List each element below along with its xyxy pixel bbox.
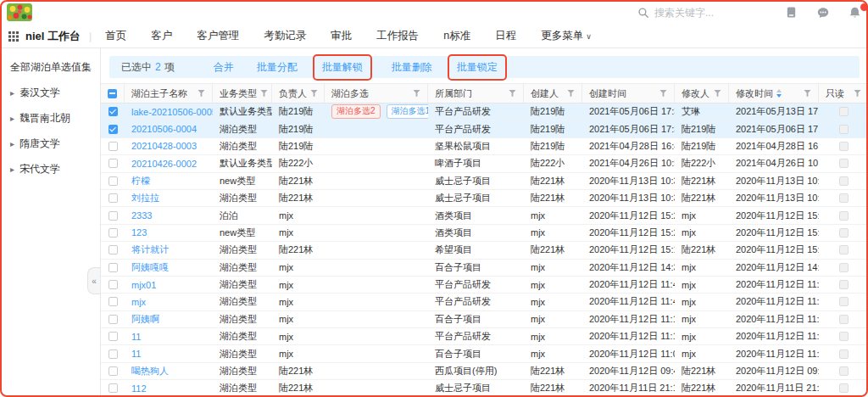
- table-row: mjx湖泊类型mjx平台产品研发mjx2020年11月12日 11:44mjx2…: [101, 294, 868, 310]
- row-checkbox[interactable]: [108, 332, 118, 341]
- cell-select: [101, 366, 125, 376]
- bell-icon[interactable]: [849, 6, 861, 20]
- cell-created-time: 2020年11月11日 21:19: [582, 382, 675, 394]
- nav-item[interactable]: 考勤记录: [264, 29, 306, 43]
- column-header-name: 湖泊主子名称: [125, 84, 213, 103]
- nav-item[interactable]: 首页: [105, 29, 126, 43]
- sidebar-item-label: 秦汉文学: [19, 86, 60, 100]
- cell-created-time: 2020年11月13日 10:30: [582, 192, 675, 204]
- chat-icon[interactable]: [816, 6, 830, 20]
- nav-item[interactable]: 审批: [331, 29, 352, 43]
- row-checkbox[interactable]: [108, 211, 118, 221]
- lake-name-link[interactable]: 喝热狗人: [131, 366, 169, 376]
- toolbar-action-wrap: 批量删除: [392, 60, 432, 75]
- cell-business-type: 默认业务类型: [213, 105, 272, 118]
- cell-owner: 陆219陆: [272, 123, 325, 136]
- row-checkbox[interactable]: [108, 263, 118, 272]
- row-checkbox[interactable]: [108, 349, 118, 359]
- sidebar-collapse-handle[interactable]: «: [87, 267, 100, 294]
- cell-modified-time: 2021年04月26日 10:51: [729, 157, 819, 170]
- nav-item[interactable]: 客户: [151, 29, 172, 43]
- app-logo: [7, 3, 32, 21]
- nav-item[interactable]: 更多菜单∨: [541, 29, 592, 43]
- annotation-box: 批量锁定: [448, 54, 507, 81]
- apps-grid-icon[interactable]: [8, 31, 19, 42]
- lake-name-link[interactable]: 将计就计: [131, 244, 169, 254]
- sidebar-item[interactable]: ▸秦汉文学: [10, 86, 100, 100]
- cell-created-time: 2020年11月12日 15:25: [582, 210, 675, 222]
- row-checkbox[interactable]: [108, 142, 118, 151]
- row-checkbox[interactable]: [108, 245, 118, 254]
- cell-modified-time: 2020年11月12日 11:11: [729, 330, 819, 343]
- filter-icon[interactable]: [804, 90, 811, 98]
- readonly-checkbox: [839, 193, 849, 203]
- select-all-checkbox[interactable]: [108, 89, 117, 98]
- lake-name-link[interactable]: 11: [131, 332, 141, 342]
- row-checkbox[interactable]: [108, 315, 118, 324]
- row-checkbox[interactable]: [108, 228, 118, 238]
- filter-icon[interactable]: [659, 90, 667, 98]
- filter-icon[interactable]: [413, 90, 420, 98]
- lake-name-link[interactable]: 123: [131, 227, 147, 238]
- lake-name-link[interactable]: 11: [131, 349, 141, 359]
- nav-item[interactable]: 客户管理: [197, 29, 239, 43]
- filter-icon[interactable]: [509, 90, 516, 98]
- filter-icon[interactable]: [854, 90, 861, 98]
- search-input[interactable]: [654, 7, 748, 19]
- row-checkbox[interactable]: [108, 159, 118, 168]
- row-checkbox[interactable]: [108, 280, 118, 289]
- column-header-modifier: 修改人: [675, 84, 729, 103]
- lake-name-link[interactable]: 柠檬: [131, 176, 150, 186]
- filter-icon[interactable]: [310, 90, 318, 98]
- row-checkbox[interactable]: [108, 125, 118, 134]
- nav-item[interactable]: 日程: [495, 29, 516, 43]
- lake-name-link[interactable]: 20210428-0003: [131, 141, 197, 151]
- notebook-icon[interactable]: [785, 6, 798, 19]
- row-checkbox[interactable]: [108, 383, 118, 393]
- row-checkbox[interactable]: [108, 366, 118, 376]
- filter-icon[interactable]: [260, 90, 268, 98]
- row-checkbox[interactable]: [108, 176, 118, 186]
- table-row: 喝热狗人湖泊类型陆221林西瓜项目(停用)陆221林2020年11月12日 09…: [101, 363, 868, 380]
- cell-created-time: 2020年11月12日 11:16: [582, 313, 675, 326]
- nav-item[interactable]: n标准: [443, 29, 470, 43]
- sort-desc-icon: [776, 94, 782, 98]
- toolbar-action-button[interactable]: 批量锁定: [457, 60, 498, 75]
- lake-name-link[interactable]: 20210426-0002: [131, 159, 197, 169]
- lake-name-link[interactable]: 20210506-0004: [131, 124, 197, 134]
- toolbar-action-button[interactable]: 批量分配: [257, 60, 298, 75]
- row-checkbox[interactable]: [108, 107, 118, 116]
- sort-icon[interactable]: [776, 89, 782, 98]
- filter-icon[interactable]: [714, 90, 721, 98]
- cell-business-type: 湖泊类型: [213, 313, 272, 326]
- sort-asc-icon: [776, 89, 782, 92]
- sidebar-item[interactable]: ▸宋代文学: [10, 162, 100, 176]
- nav-item[interactable]: 工作报告: [376, 29, 419, 43]
- topbar-icons: [785, 0, 861, 25]
- table-row: 将计就计湖泊类型陆221林希望项目陆221林2020年11月12日 15:15陆…: [101, 242, 868, 259]
- row-checkbox[interactable]: [108, 193, 118, 203]
- cell-owner: 陆222小: [272, 157, 325, 170]
- row-checkbox[interactable]: [108, 297, 118, 306]
- lake-name-link[interactable]: 阿姨啊: [131, 314, 159, 324]
- filter-icon[interactable]: [567, 90, 575, 98]
- cell-readonly: [819, 176, 868, 186]
- cell-readonly: [819, 366, 868, 376]
- toolbar-action-button[interactable]: 合并: [214, 60, 234, 75]
- column-label-wrap: 创建人: [531, 87, 559, 100]
- lake-name-link[interactable]: 112: [131, 383, 147, 394]
- lake-name-link[interactable]: 2333: [131, 210, 152, 221]
- lake-name-link[interactable]: 刘拉拉: [131, 193, 159, 203]
- lake-name-link[interactable]: mjx01: [131, 280, 156, 290]
- lake-name-link[interactable]: lake-20210506-0005: [131, 107, 213, 117]
- navbar: niel 工作台 | 首页客户客户管理考勤记录审批工作报告n标准日程更多菜单∨: [0, 25, 868, 48]
- sidebar-item[interactable]: ▸隋唐文学: [10, 137, 100, 151]
- lake-name-link[interactable]: 阿姨嘎嘎: [131, 262, 169, 272]
- lake-name-link[interactable]: mjx: [131, 297, 146, 307]
- toolbar-action-button[interactable]: 批量删除: [392, 60, 432, 75]
- filter-icon[interactable]: [198, 90, 205, 98]
- selected-prefix: 已选中: [121, 61, 152, 73]
- toolbar-action-button[interactable]: 批量解锁: [322, 60, 363, 75]
- column-header-creator: 创建人: [524, 84, 582, 103]
- sidebar-item[interactable]: ▸魏晋南北朝: [10, 111, 100, 126]
